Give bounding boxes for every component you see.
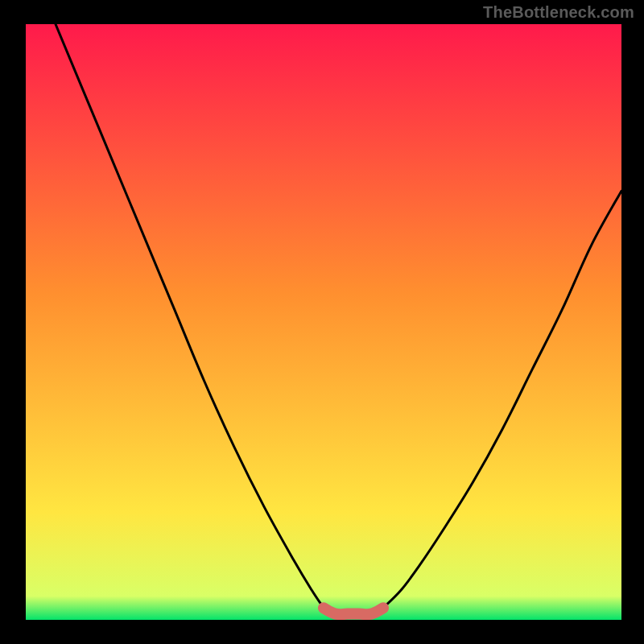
plot-area (26, 24, 621, 620)
gradient-background (26, 24, 621, 620)
valley-band (324, 608, 383, 614)
chart-frame: TheBottleneck.com (0, 0, 644, 644)
watermark-label: TheBottleneck.com (483, 3, 634, 22)
plot-svg (26, 24, 621, 620)
